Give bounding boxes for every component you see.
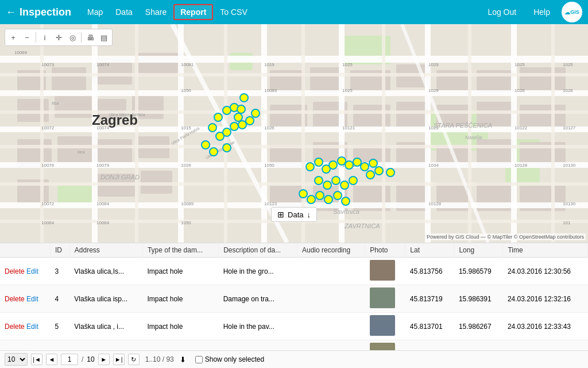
page-number-input[interactable] (61, 354, 78, 365)
svg-point-127 (223, 106, 231, 114)
col-description: Description of da... (219, 243, 297, 258)
print-button[interactable]: 🖶 (84, 31, 96, 44)
show-selected-area: Show only selected (195, 355, 264, 363)
photo-thumbnail[interactable] (370, 343, 395, 350)
cloud-icon: ☁ (564, 9, 570, 16)
help-button[interactable]: Help (528, 5, 556, 19)
svg-point-149 (369, 159, 377, 167)
map-background[interactable]: + − i ✛ ◎ 🖶 ▤ (0, 24, 588, 243)
svg-text:1026: 1026 (264, 125, 274, 131)
page-separator: / (82, 355, 83, 363)
export-icon: ⬇ (180, 355, 186, 364)
table-row: Delete Edit 5 Vlaška ulica , i... Impact… (0, 313, 588, 340)
svg-rect-7 (52, 67, 86, 90)
row-type: Impact hole (142, 285, 218, 313)
svg-point-163 (386, 168, 394, 177)
data-panel-button[interactable]: ⊞ Data ↓ (271, 207, 317, 222)
svg-point-158 (307, 195, 315, 204)
row-actions: Delete Edit (0, 313, 50, 340)
row-time: 24.03.2016 12:34:52 (503, 340, 588, 351)
svg-rect-54 (92, 24, 98, 243)
edit-button[interactable]: Edit (26, 295, 38, 303)
svg-rect-61 (0, 110, 588, 114)
svg-point-150 (375, 167, 383, 175)
svg-rect-49 (0, 56, 588, 63)
row-lat: 45.8137 (405, 340, 454, 351)
svg-rect-22 (310, 67, 342, 93)
row-address: Vlaška ulica, is... (69, 340, 142, 351)
nav-data[interactable]: Data (110, 5, 138, 19)
prev-page-button[interactable]: ◄ (46, 354, 57, 365)
svg-text:1050: 1050 (181, 88, 191, 93)
svg-text:Ulica Nikole Jurišića: Ulica Nikole Jurišića (109, 113, 145, 117)
svg-point-141 (306, 163, 314, 171)
row-time: 24.03.2016 12:33:43 (503, 313, 588, 340)
back-arrow-icon: ← (6, 6, 16, 18)
row-id: 3 (50, 258, 69, 285)
row-long: 15.985989 (454, 340, 503, 351)
col-photo: Photo (365, 243, 405, 258)
photo-thumbnail[interactable] (370, 288, 395, 308)
logout-button[interactable]: Log Out (482, 5, 522, 19)
table-body: Delete Edit 3 Vlaška ulica,Is... Impact … (0, 258, 588, 351)
delete-button[interactable]: Delete (5, 295, 25, 303)
refresh-button[interactable]: ↻ (128, 354, 140, 365)
photo-thumbnail[interactable] (370, 260, 395, 281)
header-right: Log Out Help ☁ GIS (482, 2, 582, 22)
svg-text:10084: 10084 (96, 201, 110, 206)
svg-point-147 (353, 158, 361, 166)
show-selected-checkbox[interactable] (195, 356, 203, 363)
delete-button[interactable]: Delete (5, 267, 25, 275)
svg-point-130 (234, 113, 242, 121)
data-table: ID Address Type of the dam... Descriptio… (0, 243, 588, 350)
zoom-out-button[interactable]: − (21, 31, 33, 44)
row-actions: Delete Edit (0, 340, 50, 351)
svg-text:Ilica: Ilica (52, 101, 59, 105)
layers-button[interactable]: ▤ (98, 31, 110, 44)
svg-text:1025: 1025 (514, 62, 525, 67)
svg-text:1029: 1029 (428, 62, 439, 67)
row-audio (297, 340, 365, 351)
svg-rect-69 (382, 24, 385, 243)
svg-point-129 (237, 105, 245, 113)
svg-rect-52 (0, 162, 588, 168)
first-page-button[interactable]: |◄ (31, 354, 42, 365)
app-header: ← Inspection Map Data Share Report To CS… (0, 0, 588, 24)
svg-rect-13 (57, 136, 98, 162)
svg-point-160 (324, 195, 332, 204)
row-id: 6 (50, 340, 69, 351)
row-type: Impact hole (142, 258, 218, 285)
last-page-button[interactable]: ►| (113, 354, 125, 365)
edit-button[interactable]: Edit (26, 267, 38, 275)
info-button[interactable]: i (38, 31, 51, 44)
col-actions (0, 243, 50, 258)
target-button[interactable]: ◎ (66, 31, 79, 44)
move-button[interactable]: ✛ (52, 31, 65, 44)
svg-point-153 (323, 181, 331, 189)
photo-thumbnail[interactable] (370, 315, 395, 336)
svg-point-157 (299, 190, 307, 198)
svg-rect-55 (178, 24, 184, 243)
col-audio: Audio recording (297, 243, 365, 258)
page-size-select[interactable]: 10 25 50 100 (5, 353, 28, 366)
svg-text:10127: 10127 (563, 125, 576, 131)
svg-point-133 (223, 128, 231, 136)
delete-button[interactable]: Delete (5, 323, 25, 331)
svg-text:10074: 10074 (96, 62, 110, 67)
row-audio (297, 258, 365, 285)
map-toolbar: + − i ✛ ◎ 🖶 ▤ (5, 29, 113, 46)
nav-map[interactable]: Map (82, 5, 109, 19)
gis-text: GIS (570, 9, 579, 15)
show-selected-label: Show only selected (205, 355, 264, 363)
svg-text:10128: 10128 (514, 163, 528, 168)
row-long: 15.986391 (454, 285, 503, 313)
edit-button[interactable]: Edit (26, 323, 38, 331)
nav-tocsv[interactable]: To CSV (214, 5, 253, 19)
nav-share[interactable]: Share (140, 5, 172, 19)
zoom-in-button[interactable]: + (7, 31, 20, 44)
next-page-button[interactable]: ► (98, 354, 110, 365)
svg-text:ZAVRTNICA: ZAVRTNICA (344, 223, 380, 229)
nav-report[interactable]: Report (173, 4, 213, 20)
svg-text:10076: 10076 (41, 163, 55, 168)
back-button[interactable]: ← Inspection (6, 6, 77, 18)
